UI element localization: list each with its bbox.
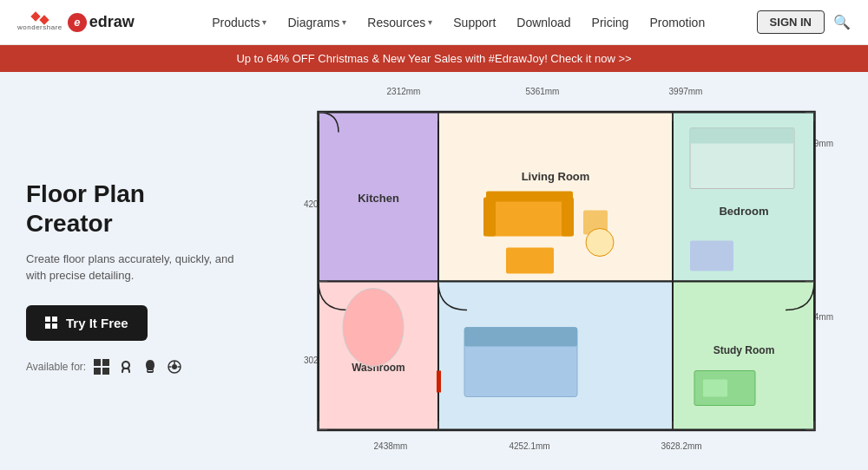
- dim-bottom-3: 3628.2mm: [634, 441, 729, 451]
- svg-rect-37: [437, 371, 441, 393]
- linux-platform-icon: [141, 358, 159, 375]
- mac-platform-icon: [117, 358, 135, 375]
- available-text: Available for:: [26, 361, 86, 373]
- dim-top-3: 3997mm: [642, 87, 729, 96]
- resources-arrow: ▾: [428, 17, 432, 27]
- logo[interactable]: wondershare edraw: [17, 13, 135, 32]
- svg-point-28: [343, 289, 404, 367]
- floor-plan-svg: Kitchen Living Room: [317, 104, 816, 438]
- signin-button[interactable]: SIGN IN: [757, 10, 825, 34]
- floor-plan-wrapper: 2312mm 5361mm 3997mm 4320.9mm 2978.4mm 4…: [269, 87, 833, 451]
- nav-diagrams[interactable]: Diagrams ▾: [279, 10, 355, 35]
- svg-rect-15: [486, 192, 573, 202]
- svg-rect-25: [690, 241, 733, 271]
- navbar: wondershare edraw Products ▾ Diagrams ▾ …: [0, 0, 868, 45]
- svg-rect-0: [94, 359, 101, 366]
- nav-products[interactable]: Products ▾: [203, 10, 275, 35]
- svg-rect-24: [690, 128, 794, 144]
- svg-rect-3: [102, 368, 109, 375]
- nav-pricing[interactable]: Pricing: [583, 10, 638, 35]
- svg-rect-17: [562, 198, 574, 237]
- nav-resources[interactable]: Resources ▾: [358, 10, 441, 35]
- products-arrow: ▾: [262, 17, 266, 27]
- promo-banner[interactable]: Up to 64% OFF Christmas & New Year Sales…: [0, 45, 868, 72]
- platform-icons: [93, 358, 183, 375]
- search-icon[interactable]: 🔍: [833, 14, 851, 30]
- hero-description: Create floor plans accurately, quickly, …: [26, 251, 234, 284]
- svg-rect-1: [102, 359, 109, 366]
- promo-text: Up to 64% OFF Christmas & New Year Sales…: [236, 52, 631, 65]
- svg-point-5: [172, 364, 177, 369]
- svg-text:Living Room: Living Room: [522, 170, 590, 183]
- edraw-icon: [68, 13, 87, 32]
- nav-support[interactable]: Support: [444, 10, 504, 35]
- svg-rect-18: [506, 248, 554, 274]
- svg-rect-14: [486, 198, 573, 237]
- nav-download[interactable]: Download: [508, 10, 579, 35]
- diagrams-arrow: ▾: [342, 17, 346, 27]
- windows-icon: [45, 317, 57, 329]
- dim-top-1: 2312mm: [360, 87, 447, 96]
- svg-rect-2: [94, 368, 101, 375]
- svg-text:Kitchen: Kitchen: [358, 192, 399, 205]
- svg-text:Study Room: Study Room: [713, 344, 775, 356]
- nav-links: Products ▾ Diagrams ▾ Resources ▾ Suppor…: [161, 10, 757, 35]
- wondershare-text: wondershare: [17, 23, 62, 31]
- windows-platform-icon: [93, 358, 110, 375]
- edraw-logo: edraw: [68, 13, 135, 32]
- svg-text:Bedroom: Bedroom: [719, 205, 768, 218]
- dim-bottom-1: 2438mm: [347, 441, 434, 451]
- try-btn-label: Try It Free: [66, 316, 128, 330]
- dim-bottom-2: 4252.1mm: [477, 441, 582, 451]
- svg-point-20: [586, 229, 614, 257]
- try-it-free-button[interactable]: Try It Free: [26, 305, 148, 341]
- dim-top-2: 5361mm: [490, 87, 595, 96]
- svg-rect-32: [464, 328, 577, 347]
- svg-rect-16: [483, 198, 496, 237]
- nav-right: SIGN IN 🔍: [757, 10, 851, 34]
- left-panel: Floor Plan Creator Create floor plans ac…: [0, 72, 252, 466]
- available-for: Available for:: [26, 358, 234, 375]
- nav-promotion[interactable]: Promotion: [641, 10, 713, 35]
- edraw-text: edraw: [89, 13, 135, 31]
- wondershare-logo: wondershare: [17, 13, 62, 31]
- main-content: Floor Plan Creator Create floor plans ac…: [0, 72, 868, 466]
- chrome-platform-icon: [166, 358, 183, 375]
- right-panel: 2312mm 5361mm 3997mm 4320.9mm 2978.4mm 4…: [252, 72, 868, 466]
- hero-title: Floor Plan Creator: [26, 180, 234, 238]
- svg-rect-36: [703, 380, 727, 397]
